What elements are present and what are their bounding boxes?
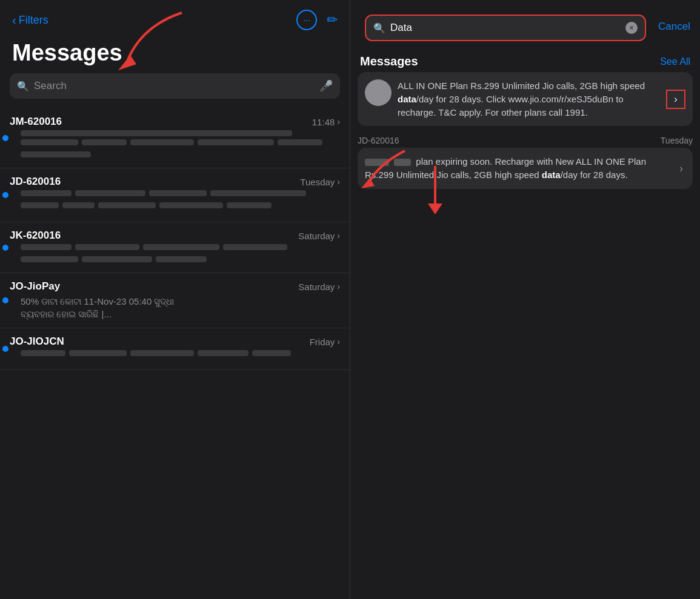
search-result-1: ALL IN ONE Plan Rs.299 Unlimited Jio cal… [350,72,700,133]
message-item-header: JD-620016 Tuesday › [10,176,340,188]
result-text-2: plan expiring soon. Recharge with New AL… [365,156,646,180]
message-item-header: JO-JIOJCN Friday › [10,336,340,348]
list-item[interactable]: JM-620016 11:48 › [0,108,350,168]
message-time: Saturday › [298,282,340,292]
unread-indicator [2,192,8,198]
result-chevron-icon[interactable]: › [666,90,685,109]
list-item[interactable]: JK-620016 Saturday › [0,222,350,273]
section-title: Messages [360,55,418,68]
result-sender-name: JD-620016 [358,136,399,145]
message-item-header: JK-620016 Saturday › [10,230,340,242]
header-icons: ··· ✏ [296,10,338,30]
svg-marker-0 [118,55,136,70]
see-all-button[interactable]: See All [660,56,690,67]
list-item[interactable]: JO-JIOJCN Friday › [0,328,350,370]
message-sender: JM-620016 [10,116,62,128]
cancel-button[interactable]: Cancel [653,21,690,33]
message-preview: 50% ଡାଟା କୋଟା 11-Nov-23 05:40 ସୁଦ୍ଧା ବ୍ୟ… [10,295,340,320]
preview-line-2: ବ୍ୟବହାର ହୋଇ ସାରିଛି |... [21,308,340,320]
svg-marker-2 [428,204,442,214]
search-icon: 🔍 [373,22,385,34]
back-chevron-icon: ‹ [12,13,16,27]
message-preview [10,350,340,359]
message-time: Tuesday › [300,177,340,187]
result-text: ALL IN ONE Plan Rs.299 Unlimited Jio cal… [398,81,645,117]
preview-line-1: 50% ଡାଟା କୋଟା 11-Nov-23 05:40 ସୁଦ୍ଧା [21,295,340,308]
message-time: Saturday › [298,231,340,241]
right-panel: 🔍 Data × Cancel Messages See All ALL IN … [350,0,700,599]
message-sender: JO-JIOJCN [10,336,64,348]
unread-indicator [2,297,8,303]
message-sender: JK-620016 [10,230,61,242]
message-list: JM-620016 11:48 › JD-620016 Tuesda [0,108,350,599]
list-item[interactable]: JO-JioPay Saturday › 50% ଡାଟା କୋଟା 11-No… [0,273,350,328]
result-date: Tuesday [661,136,693,145]
message-time: 11:48 › [312,117,340,127]
message-sender: JO-JioPay [10,280,60,293]
search-icon: 🔍 [17,81,29,92]
message-result-card[interactable]: ALL IN ONE Plan Rs.299 Unlimited Jio cal… [358,72,693,126]
message-sender: JD-620016 [10,176,61,188]
message-result-card-2[interactable]: plan expiring soon. Recharge with New AL… [358,148,693,189]
left-panel: ‹ Filters ··· ✏ Messages 🔍 Search 🎤 JM-6… [0,0,350,599]
unread-indicator [2,346,8,352]
section-header: Messages See All [350,50,700,72]
message-item-header: JO-JioPay Saturday › [10,280,340,293]
compose-button[interactable]: ✏ [327,12,338,28]
result-chevron-icon-2[interactable]: › [679,162,685,175]
clear-search-button[interactable]: × [625,22,638,34]
message-item-header: JM-620016 11:48 › [10,116,340,128]
search-query: Data [390,22,621,34]
unread-indicator [2,135,8,141]
mic-icon: 🎤 [319,79,333,93]
result-sender-row: JD-620016 Tuesday [350,136,700,148]
result-content-2: plan expiring soon. Recharge with New AL… [365,155,673,182]
message-preview [10,244,340,265]
result-content: ALL IN ONE Plan Rs.299 Unlimited Jio cal… [398,79,660,119]
search-result-2: plan expiring soon. Recharge with New AL… [350,148,700,196]
menu-button[interactable]: ··· [296,10,317,30]
message-preview [10,190,340,211]
clear-icon: × [630,24,634,32]
message-preview [10,130,340,157]
menu-icon: ··· [303,15,310,25]
unread-indicator [2,245,8,251]
right-search-bar[interactable]: 🔍 Data × [365,15,646,41]
list-item[interactable]: JD-620016 Tuesday › [0,168,350,222]
message-time: Friday › [310,337,340,347]
avatar [365,79,392,106]
